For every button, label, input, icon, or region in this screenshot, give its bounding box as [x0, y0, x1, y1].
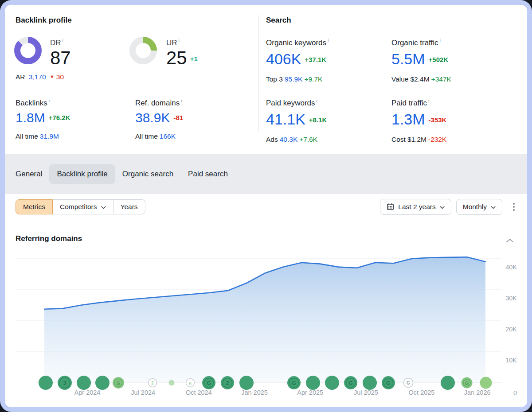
ads-value[interactable]: 40.3K [280, 136, 298, 143]
search-section-title: Search [266, 16, 291, 25]
chevron-up-icon [506, 238, 514, 243]
metric-backlinks: Backlinksi 1.8M+76.2K All time31.9M [16, 96, 70, 140]
section-tab-bar: General Backlink profile Organic search … [5, 154, 527, 194]
page-background: Backlink profile Search DRi 87 URi 25+1 … [0, 0, 532, 412]
years-segment[interactable]: Years [113, 199, 145, 214]
info-icon[interactable]: i [317, 98, 317, 103]
ur-delta: +1 [190, 55, 198, 62]
granularity-button[interactable]: Monthly [456, 199, 502, 215]
svg-text:G: G [292, 380, 296, 386]
svg-text:10K: 10K [505, 357, 517, 364]
paid-keywords-value[interactable]: 41.1K [266, 111, 305, 128]
svg-text:20K: 20K [505, 326, 517, 333]
svg-text:G: G [386, 380, 391, 386]
svg-text:0: 0 [513, 389, 517, 396]
chart-title: Referring domains [16, 234, 82, 243]
backlinks-delta: +76.2K [49, 114, 70, 121]
info-icon[interactable]: i [179, 38, 180, 43]
calendar-icon [387, 203, 394, 210]
ur-donut-gauge [129, 37, 157, 64]
tab-paid-search[interactable]: Paid search [188, 170, 228, 179]
backlinks-value[interactable]: 1.8M [16, 110, 45, 125]
organic-traffic-value[interactable]: 5.5M [391, 51, 425, 67]
ref-domains-value[interactable]: 38.9K [135, 110, 170, 125]
cost-value: $1.2M [407, 136, 426, 143]
traffic-value-amount: $2.4M [411, 75, 430, 83]
paid-keywords-delta: +8.1K [309, 116, 327, 124]
ar-rank-row: AR 3,170 ▼30 [16, 72, 67, 82]
info-icon[interactable]: i [181, 98, 182, 103]
overview-card: Backlink profile Search DRi 87 URi 25+1 … [5, 5, 527, 407]
ur-label: UR [166, 39, 177, 47]
dr-donut-gauge [14, 37, 42, 64]
organic-keywords-value[interactable]: 406K [266, 51, 301, 67]
svg-text:Jul 2024: Jul 2024 [131, 389, 155, 396]
metric-ref-domains: Ref. domainsi 38.9K-81 All time166K [135, 96, 183, 140]
ar-label: AR [16, 73, 25, 81]
chevron-down-icon [101, 206, 106, 209]
svg-text:Apr 2025: Apr 2025 [297, 389, 323, 396]
dr-score: DRi 87 [50, 36, 71, 68]
dr-value: 87 [50, 47, 71, 68]
info-icon[interactable]: i [440, 38, 441, 43]
svg-text:2: 2 [226, 380, 229, 386]
svg-text:30K: 30K [505, 295, 517, 302]
top3-value[interactable]: 95.9K [285, 75, 303, 83]
view-mode-segmented-control: Metrics Competitors Years [16, 199, 145, 214]
chart-filter-bar: Metrics Competitors Years Last 2 years M… [5, 194, 527, 220]
metric-paid-traffic: Paid traffici 1.3M-353K Cost$1.2M-232K [391, 96, 448, 144]
tab-backlink-profile[interactable]: Backlink profile [49, 164, 115, 184]
svg-text:G: G [348, 380, 353, 386]
traffic-value-delta: +347K [431, 75, 451, 83]
dr-label: DR [50, 39, 61, 47]
info-icon[interactable]: i [49, 98, 50, 103]
svg-text:G: G [465, 381, 469, 386]
ur-score: URi 25+1 [166, 36, 198, 69]
chevron-down-icon [491, 206, 496, 209]
ref-domains-alltime[interactable]: 166K [160, 132, 176, 140]
backlinks-alltime[interactable]: 31.9M [40, 132, 59, 140]
paid-traffic-value[interactable]: 1.3M [391, 111, 425, 128]
metric-organic-keywords: Organic keywordsi 406K+37.1K Top 395.9K+… [266, 36, 329, 83]
collapse-chart-button[interactable] [505, 236, 515, 245]
svg-text:Jan 2025: Jan 2025 [241, 389, 268, 396]
competitors-segment[interactable]: Competitors [53, 199, 113, 214]
svg-text:Jul 2025: Jul 2025 [354, 389, 378, 396]
svg-text:G: G [407, 381, 410, 385]
triangle-down-icon: ▼ [50, 74, 55, 79]
paid-traffic-delta: -353K [429, 116, 447, 124]
metric-paid-keywords: Paid keywordsi 41.1K+8.1K Ads40.3K+7.6K [266, 96, 327, 144]
svg-text:Apr 2024: Apr 2024 [74, 389, 101, 396]
metrics-segment[interactable]: Metrics [16, 199, 53, 214]
granularity-label: Monthly [463, 203, 487, 211]
referring-domains-chart[interactable]: 010K20K30K40KApr 2024Jul 2024Oct 2024Jan… [5, 248, 527, 407]
ar-value[interactable]: 3,170 [29, 73, 46, 81]
organic-traffic-delta: +502K [429, 56, 449, 63]
info-icon[interactable]: i [63, 38, 63, 43]
info-icon[interactable]: i [428, 98, 429, 103]
svg-text:a: a [189, 381, 192, 385]
more-menu-button[interactable] [511, 200, 516, 214]
top3-delta: +9.7K [304, 75, 322, 83]
backlink-profile-section-title: Backlink profile [16, 16, 72, 25]
metric-organic-traffic: Organic traffici 5.5M+502K Value$2.4M+34… [391, 36, 453, 83]
svg-text:Oct 2024: Oct 2024 [186, 389, 212, 396]
cost-delta: -232K [428, 136, 446, 143]
date-range-label: Last 2 years [398, 203, 435, 211]
svg-text:G: G [117, 381, 121, 386]
svg-text:Jan 2026: Jan 2026 [464, 389, 491, 396]
tab-general[interactable]: General [16, 170, 42, 179]
info-icon[interactable]: i [328, 38, 329, 43]
svg-text:40K: 40K [505, 264, 517, 271]
tab-organic-search[interactable]: Organic search [122, 170, 173, 179]
svg-text:3: 3 [63, 380, 66, 386]
date-range-button[interactable]: Last 2 years [380, 199, 451, 215]
ur-value: 25 [166, 47, 187, 68]
ads-delta: +7.6K [299, 136, 317, 143]
section-divider [258, 15, 259, 132]
ref-domains-delta: -81 [173, 114, 183, 121]
organic-keywords-delta: +37.1K [305, 56, 326, 63]
svg-text:Oct 2025: Oct 2025 [409, 389, 435, 396]
chevron-down-icon [440, 206, 445, 209]
svg-text:2: 2 [151, 381, 154, 385]
